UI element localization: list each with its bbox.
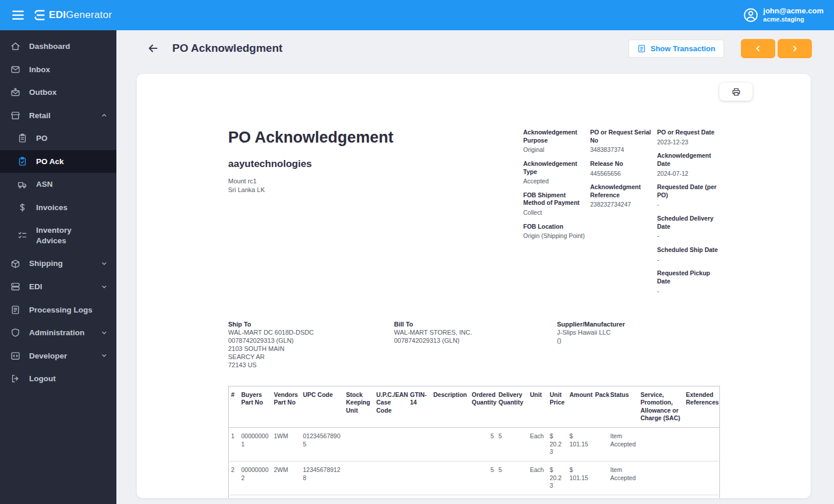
sidebar-item-edi[interactable]: EDI bbox=[0, 275, 116, 299]
table-cell: $ 20.23 bbox=[548, 428, 567, 462]
sidebar-item-po[interactable]: PO bbox=[0, 127, 116, 150]
table-cell: Item Accepted bbox=[608, 495, 638, 498]
table-cell: 123456789128 bbox=[301, 462, 344, 495]
address-line: 0078742029313 (GLN) bbox=[228, 337, 394, 345]
column-header: # bbox=[229, 386, 239, 428]
package-icon bbox=[10, 259, 20, 269]
meta-field: Scheduled Delivery Date - bbox=[657, 215, 719, 240]
table-cell: 5 bbox=[496, 428, 528, 462]
chevron-down-icon bbox=[100, 260, 108, 268]
sidebar-item-logout[interactable]: Logout bbox=[0, 367, 116, 391]
meta-label: Requested Pickup Date bbox=[657, 269, 719, 285]
address-line: 72143 US bbox=[228, 361, 394, 370]
document-top: PO Acknowledgement aayutechnologies Moun… bbox=[228, 129, 719, 301]
sidebar-item-inbox[interactable]: Inbox bbox=[0, 58, 116, 81]
user-menu[interactable]: john@acme.com acme.staging bbox=[743, 6, 824, 24]
address-line: 2103 SOUTH MAIN bbox=[228, 345, 394, 353]
table-cell bbox=[638, 462, 684, 495]
brand-light: Generator bbox=[66, 9, 112, 20]
meta-label: PO or Request Serial No bbox=[590, 129, 652, 144]
table-cell: 5 bbox=[470, 495, 496, 498]
meta-field: FOB Shipment Method of Payment Collect bbox=[523, 191, 585, 217]
table-cell: $ 101.15 bbox=[567, 428, 593, 462]
table-cell: Item Accepted bbox=[608, 428, 638, 462]
checklist-icon bbox=[17, 230, 27, 240]
sidebar-item-shipping[interactable]: Shipping bbox=[0, 252, 116, 275]
meta-field: PO or Request Date 2023-12-23 bbox=[657, 129, 719, 146]
address-line: SEARCY AR bbox=[228, 353, 394, 361]
table-cell: 3 bbox=[229, 495, 239, 498]
print-button[interactable] bbox=[719, 83, 753, 101]
sidebar-item-label: Retail bbox=[29, 111, 51, 121]
sidebar-item-administration[interactable]: Administration bbox=[0, 321, 116, 345]
sidebar-item-label: Logout bbox=[29, 374, 56, 384]
sidebar-item-invoices[interactable]: Invoices bbox=[0, 196, 116, 219]
table-cell: 3WM bbox=[272, 495, 301, 498]
sidebar-item-dashboard[interactable]: Dashboard bbox=[0, 35, 116, 58]
table-cell: Each bbox=[528, 462, 548, 495]
column-header: Status bbox=[608, 386, 638, 428]
sidebar-item-processing-logs[interactable]: Processing Logs bbox=[0, 299, 116, 322]
line-items-header: # Buyers Part No Vendors Part No UPC Cod… bbox=[229, 386, 720, 428]
table-cell: 2 bbox=[229, 462, 239, 495]
sidebar-item-asn[interactable]: ASN bbox=[0, 173, 116, 196]
table-cell: 2WM bbox=[272, 462, 301, 495]
clipboard-check-icon bbox=[17, 157, 27, 166]
meta-value: - bbox=[657, 201, 719, 209]
table-row: 10000000011WM01234567890555Each$ 20.23$ … bbox=[229, 428, 720, 462]
address-line: J-Slips Hawaii LLC bbox=[557, 329, 719, 337]
table-cell bbox=[374, 428, 408, 462]
server-icon bbox=[10, 282, 20, 292]
sidebar-item-label: Processing Logs bbox=[29, 305, 93, 315]
sidebar-item-label: Administration bbox=[29, 328, 84, 338]
brand[interactable]: EDIGenerator bbox=[33, 8, 112, 22]
chevron-left-icon bbox=[754, 44, 762, 53]
hamburger-menu-icon[interactable] bbox=[10, 8, 26, 23]
table-cell bbox=[593, 495, 608, 498]
meta-label: FOB Shipment Method of Payment bbox=[523, 191, 585, 207]
column-header: Vendors Part No bbox=[272, 386, 301, 428]
sidebar-item-label: ASN bbox=[36, 179, 53, 190]
sidebar: Dashboard Inbox Outbox Retail PO PO bbox=[0, 30, 116, 504]
column-header: Amount bbox=[567, 386, 593, 428]
table-cell bbox=[593, 428, 608, 462]
table-cell bbox=[344, 462, 374, 495]
table-cell bbox=[431, 495, 470, 498]
meta-value: Accepted bbox=[523, 178, 585, 186]
next-button[interactable] bbox=[778, 39, 812, 58]
meta-field: PO or Request Serial No 3483837374 bbox=[590, 129, 652, 154]
table-cell: 000000003 bbox=[239, 495, 272, 498]
table-cell: 5 bbox=[496, 462, 528, 495]
show-transaction-button[interactable]: Show Transaction bbox=[629, 40, 724, 58]
document-title: PO Acknowledgement bbox=[228, 129, 393, 147]
supplier-label: Supplier/Manufacturer bbox=[557, 321, 719, 328]
sidebar-item-outbox[interactable]: Outbox bbox=[0, 81, 116, 104]
table-cell: $ 20.23 bbox=[548, 462, 567, 495]
edigenerator-logo-icon bbox=[33, 8, 47, 22]
chevron-down-icon bbox=[100, 283, 108, 291]
meta-value: 3483837374 bbox=[590, 146, 652, 154]
sidebar-item-inventory-advices[interactable]: Inventory Advices bbox=[0, 219, 116, 252]
meta-label: Release No bbox=[590, 160, 652, 168]
address-line: Sri Lanka LK bbox=[228, 186, 393, 194]
meta-label: Acknowledgment Reference bbox=[590, 183, 652, 199]
sidebar-item-po-ack[interactable]: PO Ack bbox=[0, 150, 116, 173]
document-card: PO Acknowledgement aayutechnologies Moun… bbox=[137, 74, 811, 498]
previous-button[interactable] bbox=[741, 39, 775, 58]
sidebar-item-label: Dashboard bbox=[29, 41, 70, 52]
sidebar-item-developer[interactable]: Developer bbox=[0, 345, 116, 368]
truck-icon bbox=[17, 180, 27, 190]
meta-value: Origin (Shipping Point) bbox=[523, 232, 585, 240]
table-cell bbox=[684, 495, 720, 498]
table-cell bbox=[684, 428, 720, 462]
home-icon bbox=[10, 41, 20, 51]
table-cell bbox=[408, 428, 431, 462]
meta-column-left: Acknowledgement Purpose Original Acknowl… bbox=[523, 129, 585, 301]
metadata-grid: Acknowledgement Purpose Original Acknowl… bbox=[523, 129, 719, 301]
sidebar-item-label: Outbox bbox=[29, 87, 56, 98]
back-arrow-icon[interactable] bbox=[147, 42, 159, 55]
meta-label: FOB Location bbox=[523, 223, 585, 231]
pagination-buttons bbox=[741, 39, 812, 58]
table-cell bbox=[374, 495, 408, 498]
sidebar-item-retail[interactable]: Retail bbox=[0, 104, 116, 127]
